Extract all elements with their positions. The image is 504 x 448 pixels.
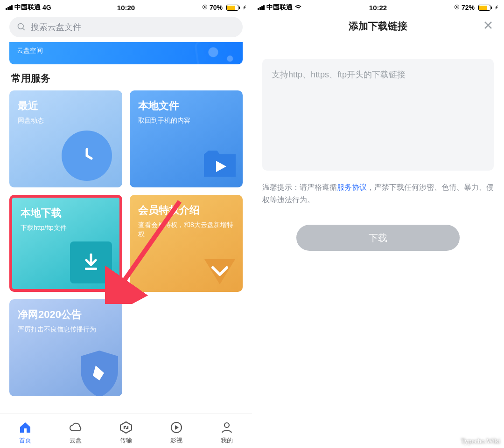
screen-home: 中国联通 4G 10:20 70% ⚡︎ 搜索云盘文件 云盘空间 <box>0 0 252 448</box>
tab-me[interactable]: 我的 <box>220 418 234 445</box>
wifi-icon <box>294 4 302 12</box>
close-icon <box>483 20 494 31</box>
download-button-label: 下载 <box>369 232 387 244</box>
folder-play-icon <box>194 139 243 187</box>
card-local-files[interactable]: 本地文件 取回到手机的内容 <box>130 90 243 187</box>
tab-label: 传输 <box>120 436 132 445</box>
svg-rect-3 <box>24 428 27 433</box>
status-bar-right: 中国联通 10:22 72% ⚡︎ <box>252 0 504 13</box>
search-input[interactable]: 搜索云盘文件 <box>9 17 243 37</box>
tab-cloud[interactable]: 云盘 <box>69 418 83 445</box>
dialog-header: 添加下载链接 <box>252 13 504 39</box>
card-title: 最近 <box>18 99 114 113</box>
search-icon <box>17 22 26 32</box>
search-placeholder: 搜索云盘文件 <box>31 21 81 33</box>
service-cards: 最近 网盘动态 本地文件 取回到手机的内容 本地下载 下载http/ftp文件 <box>0 90 252 396</box>
network-label: 4G <box>42 4 51 11</box>
banner-deco-icon <box>194 42 243 64</box>
status-bar-left: 中国联通 4G 10:20 70% ⚡︎ <box>0 0 252 13</box>
clock-label: 10:22 <box>369 4 387 12</box>
service-agreement-link[interactable]: 服务协议 <box>337 183 367 191</box>
vip-diamond-icon <box>194 243 243 292</box>
card-subtitle: 网盘动态 <box>18 116 114 125</box>
play-circle-icon <box>169 420 183 434</box>
cloud-icon <box>69 420 83 434</box>
tab-label: 云盘 <box>70 436 82 445</box>
transfer-icon <box>119 420 133 434</box>
storage-banner[interactable]: 云盘空间 <box>9 42 243 64</box>
tip-prefix: 温馨提示：请严格遵循 <box>262 183 337 191</box>
tab-label: 影视 <box>170 436 182 445</box>
carrier-label: 中国联通 <box>14 3 41 12</box>
carrier-label: 中国联通 <box>266 3 293 12</box>
card-title: 本地文件 <box>138 99 234 113</box>
battery-pct-label: 72% <box>462 4 475 11</box>
tab-transfer[interactable]: 传输 <box>119 418 133 445</box>
card-subtitle: 查看会员特权，和8大云盘新增特权 <box>138 220 234 239</box>
home-icon <box>18 420 32 434</box>
tab-bar: 首页 云盘 传输 影视 我的 <box>0 414 252 448</box>
card-clean-net-notice[interactable]: 净网2020公告 严厉打击不良信息传播行为 <box>9 299 122 396</box>
card-recent[interactable]: 最近 网盘动态 <box>9 90 122 187</box>
battery-icon <box>224 5 240 11</box>
tab-label: 我的 <box>221 436 233 445</box>
tip-text: 温馨提示：请严格遵循服务协议，严禁下载任何涉密、色情、暴力、侵权等违法行为。 <box>262 181 494 206</box>
orientation-lock-icon <box>454 4 460 11</box>
download-button[interactable]: 下载 <box>296 225 460 251</box>
signal-icon <box>258 5 265 10</box>
tab-label: 首页 <box>19 436 31 445</box>
tab-home[interactable]: 首页 <box>18 418 32 445</box>
svg-point-5 <box>224 423 229 427</box>
card-subtitle: 下载http/ftp文件 <box>21 223 111 232</box>
section-title: 常用服务 <box>0 70 252 90</box>
battery-icon <box>476 5 492 11</box>
card-title: 本地下载 <box>21 206 111 220</box>
textarea-placeholder: 支持http、https、ftp开头的下载链接 <box>272 69 484 80</box>
card-title: 会员特权介绍 <box>138 203 234 217</box>
card-local-download[interactable]: 本地下载 下载http/ftp文件 <box>9 195 122 292</box>
tab-video[interactable]: 影视 <box>169 418 183 445</box>
download-icon <box>70 241 112 283</box>
watermark-text: Typecho.Wiki <box>461 437 500 445</box>
card-subtitle: 严厉打击不良信息传播行为 <box>18 324 114 334</box>
signal-icon <box>6 5 13 10</box>
dialog-title: 添加下载链接 <box>349 20 407 33</box>
card-vip[interactable]: 会员特权介绍 查看会员特权，和8大云盘新增特权 <box>130 195 243 292</box>
svg-rect-2 <box>85 268 97 270</box>
url-textarea[interactable]: 支持http、https、ftp开头的下载链接 <box>262 59 494 171</box>
user-icon <box>220 420 234 434</box>
clock-icon <box>62 131 112 181</box>
battery-pct-label: 70% <box>210 4 223 11</box>
shield-icon <box>74 348 122 396</box>
screen-add-download: 中国联通 10:22 72% ⚡︎ 添加下载链接 支持http、https、ft… <box>252 0 504 448</box>
clock-label: 10:20 <box>117 4 135 12</box>
card-title: 净网2020公告 <box>18 308 114 322</box>
charging-icon: ⚡︎ <box>243 5 246 11</box>
svg-point-1 <box>18 24 24 29</box>
card-subtitle: 取回到手机的内容 <box>138 116 234 125</box>
orientation-lock-icon <box>202 4 208 11</box>
close-button[interactable] <box>483 20 494 33</box>
charging-icon: ⚡︎ <box>495 5 498 11</box>
